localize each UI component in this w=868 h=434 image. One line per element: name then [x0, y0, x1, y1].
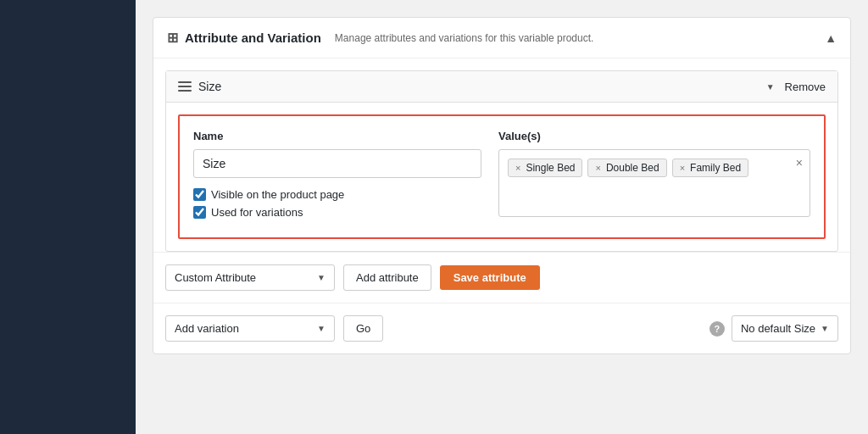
name-column: Name Visible on the product page Used fo… [193, 130, 481, 224]
add-variation-label: Add variation [175, 322, 239, 335]
panel-subtitle: Manage attributes and variations for thi… [335, 32, 594, 44]
attribute-variation-panel: ⊞ Attribute and Variation Manage attribu… [153, 17, 851, 354]
remove-button[interactable]: Remove [785, 81, 826, 93]
size-header-left: Size [178, 80, 221, 93]
size-dropdown-icon[interactable]: ▼ [766, 82, 775, 92]
panel-header: ⊞ Attribute and Variation Manage attribu… [153, 18, 850, 58]
size-label: Size [198, 80, 221, 93]
action-bar: Custom Attribute ▼ Add attribute Save at… [153, 252, 850, 303]
tag-family-bed[interactable]: × Family Bed [672, 159, 748, 177]
custom-attribute-label: Custom Attribute [175, 271, 256, 284]
visible-checkbox-row: Visible on the product page [193, 188, 481, 201]
visible-checkbox[interactable] [193, 188, 206, 201]
save-attribute-button[interactable]: Save attribute [440, 265, 540, 290]
tag-label-single-bed: Single Bed [526, 162, 575, 174]
used-for-variations-label: Used for variations [211, 206, 303, 219]
panel-title-text: Attribute and Variation [185, 31, 321, 45]
default-size-select[interactable]: No default Size ▼ [732, 315, 838, 342]
custom-attribute-chevron: ▼ [317, 273, 326, 282]
name-input[interactable] [193, 149, 481, 178]
drag-handle-icon[interactable] [178, 81, 192, 92]
value-column: Value(s) × Single Bed × Double Bed × Fam [498, 130, 810, 224]
used-for-variations-checkbox-row: Used for variations [193, 206, 481, 219]
custom-attribute-select[interactable]: Custom Attribute ▼ [165, 264, 335, 291]
collapse-icon[interactable]: ▲ [825, 31, 837, 45]
default-size-label: No default Size [741, 322, 815, 335]
attribute-fields-container: Name Visible on the product page Used fo… [178, 114, 826, 239]
help-icon[interactable]: ? [709, 321, 725, 337]
tag-remove-double-bed[interactable]: × [595, 163, 600, 173]
tag-label-family-bed: Family Bed [690, 162, 741, 174]
value-label: Value(s) [498, 130, 810, 142]
tag-single-bed[interactable]: × Single Bed [508, 159, 582, 177]
variation-right: ? No default Size ▼ [709, 315, 838, 342]
tag-remove-family-bed[interactable]: × [680, 163, 685, 173]
size-section: Size ▼ Remove Name Visible on the produc… [165, 70, 838, 252]
panel-title: ⊞ Attribute and Variation Manage attribu… [167, 30, 593, 46]
sidebar [0, 0, 136, 434]
grid-icon: ⊞ [167, 30, 178, 46]
main-content: ⊞ Attribute and Variation Manage attribu… [136, 0, 868, 434]
size-header: Size ▼ Remove [166, 71, 837, 103]
visible-label: Visible on the product page [211, 188, 344, 201]
add-attribute-button[interactable]: Add attribute [343, 264, 431, 291]
tag-label-double-bed: Double Bed [606, 162, 659, 174]
default-size-chevron: ▼ [821, 324, 829, 333]
used-for-variations-checkbox[interactable] [193, 206, 206, 219]
tag-double-bed[interactable]: × Double Bed [587, 159, 666, 177]
add-variation-select[interactable]: Add variation ▼ [165, 315, 335, 342]
name-label: Name [193, 130, 481, 142]
add-variation-chevron: ▼ [317, 324, 326, 333]
go-button[interactable]: Go [343, 315, 383, 342]
tag-remove-single-bed[interactable]: × [515, 163, 520, 173]
values-clear-button[interactable]: × [796, 157, 803, 169]
values-box[interactable]: × Single Bed × Double Bed × Family Bed × [498, 149, 810, 217]
variation-bar: Add variation ▼ Go ? No default Size ▼ [153, 303, 850, 353]
size-header-right: ▼ Remove [766, 81, 826, 93]
